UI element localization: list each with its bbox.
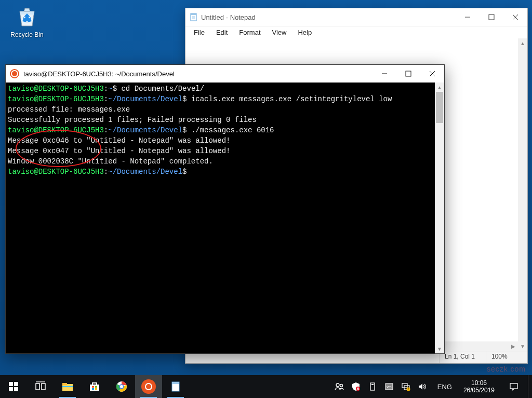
recycle-bin-icon [15,4,39,29]
taskbar: vm ! ENG 10:06 26/05/2019 [0,375,532,398]
vmware-tools-icon[interactable]: vm [384,382,394,391]
term-line: Message 0xc046 to "Untitled - Notepad" w… [8,135,442,146]
svg-rect-26 [92,388,94,390]
close-icon [429,71,435,77]
scroll-down-icon[interactable]: ▼ [518,341,527,351]
clock-time: 10:06 [463,379,495,387]
file-explorer-taskbar[interactable] [54,375,81,398]
svg-rect-27 [95,388,97,390]
notepad-taskbar[interactable] [162,375,189,398]
terminal-window: taviso@DESKTOP-6UCJ5H3: ~/Documents/Deve… [5,64,445,354]
close-icon [512,14,518,20]
minimize-button[interactable] [373,65,396,83]
watermark-text: seczk.com [487,365,526,373]
term-line: taviso@DESKTOP-6UCJ5H3:~/Documents/Devel… [8,94,442,104]
svg-rect-14 [14,382,18,386]
svg-text:vm: vm [387,385,392,389]
chrome-icon [115,380,128,393]
show-desktop-button[interactable] [528,375,531,398]
svg-point-30 [120,385,123,388]
term-line: taviso@DESKTOP-6UCJ5H3:~$ cd Documents/D… [8,84,442,94]
task-view-icon [34,380,47,393]
svg-rect-25 [95,386,97,388]
terminal-titlebar[interactable]: taviso@DESKTOP-6UCJ5H3: ~/Documents/Deve… [6,65,444,83]
svg-rect-15 [9,387,13,391]
scroll-down-icon[interactable]: ▼ [435,344,444,353]
recycle-bin-desktop-icon[interactable]: Recycle Bin [6,4,48,38]
svg-rect-21 [62,383,67,385]
scroll-up-icon[interactable]: ▲ [518,38,527,48]
status-cursor-pos: Ln 1, Col 1 [439,351,486,363]
notepad-icon [169,380,182,393]
ubuntu-icon [141,379,156,394]
svg-rect-46 [510,383,517,389]
svg-rect-1 [191,13,196,15]
maximize-icon [405,71,411,77]
microsoft-store-taskbar[interactable] [81,375,108,398]
start-button[interactable] [0,375,27,398]
task-view-button[interactable] [27,375,54,398]
svg-rect-10 [406,71,411,76]
svg-rect-39 [371,384,374,385]
close-button[interactable] [420,65,444,83]
notepad-title: Untitled - Notepad [201,13,456,21]
minimize-icon [464,14,471,20]
terminal-scrollbar[interactable]: ▲ ▼ [435,83,444,353]
menu-format[interactable]: Format [234,28,265,37]
language-indicator[interactable]: ENG [433,383,456,391]
system-tray: vm ! [330,382,431,391]
svg-point-34 [340,385,342,387]
file-explorer-icon [61,380,74,393]
maximize-button[interactable] [396,65,420,83]
ubuntu-terminal-taskbar[interactable] [135,375,162,398]
term-line: taviso@DESKTOP-6UCJ5H3:~/Documents/Devel… [8,167,442,177]
term-line: taviso@DESKTOP-6UCJ5H3:~/Documents/Devel… [8,125,442,135]
scrollbar-thumb[interactable] [436,92,443,123]
windows-icon [7,380,20,393]
notepad-menu: File Edit Format View Help [185,26,527,38]
notepad-vertical-scrollbar[interactable]: ▲ ▼ [518,38,527,351]
term-line: Successfully processed 1 files; Failed p… [8,115,442,125]
svg-rect-17 [36,383,39,390]
store-icon [88,380,101,393]
network-icon[interactable]: ! [401,382,410,391]
svg-rect-16 [14,387,18,391]
svg-rect-22 [62,386,73,387]
scroll-up-icon[interactable]: ▲ [435,83,444,92]
svg-rect-6 [489,15,494,20]
action-center-button[interactable] [502,375,526,398]
clock[interactable]: 10:06 26/05/2019 [458,379,500,394]
maximize-button[interactable] [480,8,503,26]
chrome-taskbar[interactable] [108,375,135,398]
svg-rect-13 [9,382,13,386]
status-zoom: 100% [486,351,527,363]
recycle-bin-label: Recycle Bin [6,31,48,38]
terminal-title: taviso@DESKTOP-6UCJ5H3: ~/Documents/Deve… [23,70,373,78]
minimize-icon [381,71,388,77]
minimize-button[interactable] [456,8,480,26]
svg-rect-18 [42,383,45,390]
svg-point-33 [336,383,339,387]
term-line: Message 0xc047 to "Untitled - Notepad" w… [8,146,442,156]
notepad-icon [190,13,198,21]
people-icon[interactable] [335,382,344,391]
menu-view[interactable]: View [267,28,292,37]
close-button[interactable] [503,8,527,26]
term-line: Window 0002038C "Untitled - Notepad" com… [8,156,442,167]
clock-date: 26/05/2019 [463,387,495,394]
notepad-titlebar[interactable]: Untitled - Notepad [185,8,527,26]
volume-icon[interactable] [418,382,427,391]
svg-rect-24 [92,386,94,388]
menu-edit[interactable]: Edit [211,28,233,37]
terminal-body[interactable]: taviso@DESKTOP-6UCJ5H3:~$ cd Documents/D… [6,83,444,353]
notification-icon [509,382,518,391]
removable-device-icon[interactable] [368,382,377,391]
menu-file[interactable]: File [189,28,210,37]
svg-rect-23 [90,385,99,391]
term-line: processed file: messages.exe [8,104,442,115]
svg-rect-32 [172,382,179,384]
scroll-right-icon[interactable]: ▶ [509,341,518,351]
ubuntu-icon [10,69,19,78]
menu-help[interactable]: Help [292,28,317,37]
defender-icon[interactable] [351,382,361,391]
